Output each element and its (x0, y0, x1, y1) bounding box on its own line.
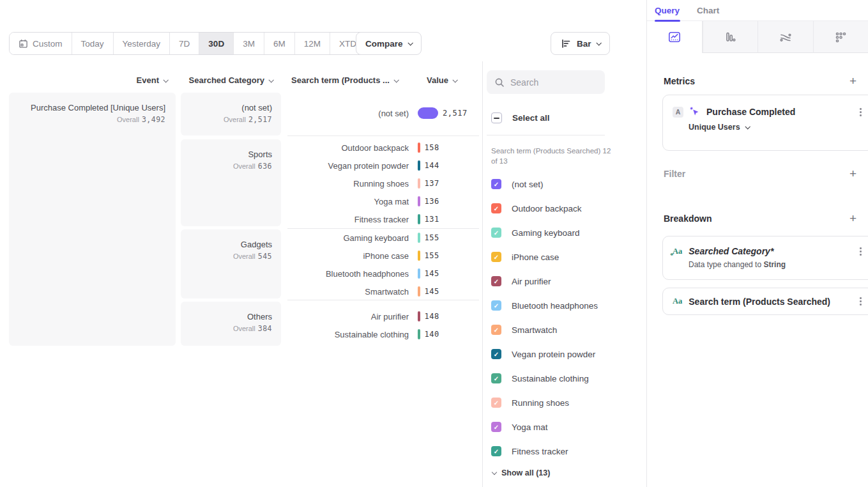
value-row[interactable]: Air purifier148 (287, 307, 479, 325)
tab-retention[interactable] (813, 21, 868, 53)
filter-item[interactable]: ✓Yoga mat (491, 422, 548, 432)
aggregation-select[interactable]: Unique Users (689, 123, 868, 132)
filter-item[interactable]: ✓(not set) (491, 179, 544, 189)
item-checkbox[interactable]: ✓ (491, 203, 501, 213)
value-bar (418, 143, 420, 153)
breakdown-card-search-term[interactable]: Aa Search term (Products Searched) (662, 288, 868, 315)
string-property-icon: Aa (673, 297, 682, 306)
term-label: Yoga mat (287, 197, 409, 206)
filter-item[interactable]: ✓Smartwatch (491, 325, 557, 335)
value-number: 131 (425, 215, 439, 224)
search-icon (494, 77, 505, 88)
tab-chart[interactable]: Chart (697, 6, 719, 15)
add-breakdown-button[interactable]: + (849, 214, 857, 223)
tab-flows[interactable] (758, 21, 813, 53)
filter-item[interactable]: ✓Running shoes (491, 398, 569, 408)
filter-item[interactable]: ✓Gaming keyboard (491, 228, 580, 238)
filter-item[interactable]: ✓Fitness tracker (491, 446, 568, 456)
breakdown-note: Data type changed to String (689, 260, 868, 269)
column-header-category[interactable]: Searched Category (181, 75, 273, 85)
filter-item[interactable]: ✓Bluetooth headphones (491, 300, 598, 311)
bar-chart-icon (560, 38, 572, 49)
query-chart-tabs: Query Chart (647, 0, 868, 21)
date-range-3m[interactable]: 3M (234, 33, 264, 54)
tab-insights[interactable] (647, 21, 703, 53)
date-range-7d[interactable]: 7D (170, 33, 199, 54)
date-range-today[interactable]: Today (72, 33, 114, 54)
breakdown-property-name: Search term (Products Searched) (689, 297, 851, 307)
funnels-icon (723, 30, 737, 44)
filter-item[interactable]: ✓Outdoor backpack (491, 203, 582, 213)
value-row[interactable]: (not set)2,517 (287, 104, 479, 122)
item-checkbox[interactable]: ✓ (491, 446, 501, 456)
date-range-30d[interactable]: 30D (199, 33, 234, 54)
filter-item[interactable]: ✓iPhone case (491, 252, 559, 262)
category-cell[interactable]: Gadgets Overall545 (181, 229, 281, 298)
flows-icon (779, 30, 793, 44)
item-checkbox[interactable]: ✓ (491, 179, 501, 189)
tab-query[interactable]: Query (655, 6, 680, 15)
item-checkbox[interactable]: ✓ (491, 398, 501, 408)
chevron-down-icon (163, 77, 168, 82)
date-range-6m[interactable]: 6M (264, 33, 295, 54)
value-number: 148 (425, 312, 439, 321)
value-bar (418, 178, 420, 189)
show-all-toggle[interactable]: Show all (13) (492, 468, 550, 477)
select-all-checkbox[interactable] (491, 112, 502, 123)
value-number: 158 (425, 143, 439, 152)
chart-type-select[interactable]: Bar (551, 32, 610, 55)
column-header-value[interactable]: Value (427, 75, 457, 85)
item-checkbox[interactable]: ✓ (491, 300, 501, 311)
value-row[interactable]: iPhone case155 (287, 247, 479, 265)
select-all[interactable]: Select all (491, 112, 550, 123)
value-bar (418, 107, 438, 119)
add-metric-button[interactable]: + (849, 77, 857, 86)
date-range-12m[interactable]: 12M (295, 33, 330, 54)
value-row[interactable]: Outdoor backpack158 (287, 139, 479, 157)
item-checkbox[interactable]: ✓ (491, 422, 501, 432)
compare-button[interactable]: Compare (356, 32, 422, 55)
item-checkbox[interactable]: ✓ (491, 252, 501, 262)
category-overall: Overall2,517 (224, 115, 272, 124)
category-cell[interactable]: Sports Overall636 (181, 139, 281, 226)
category-cell[interactable]: Others Overall384 (181, 302, 281, 346)
item-label: Smartwatch (512, 325, 557, 335)
value-row[interactable]: Yoga mat136 (287, 192, 479, 210)
value-row[interactable]: Fitness tracker131 (287, 210, 479, 228)
search-input[interactable] (510, 77, 593, 88)
event-spark-icon (690, 107, 700, 117)
item-checkbox[interactable]: ✓ (491, 325, 501, 335)
metric-card[interactable]: A Purchase Completed Unique Users (662, 95, 868, 151)
chevron-down-icon (492, 469, 497, 474)
breakdown-menu-button[interactable] (858, 295, 864, 307)
filter-item[interactable]: ✓Vegan protein powder (491, 349, 595, 359)
breakdown-menu-button[interactable] (858, 245, 864, 258)
category-name: Gadgets (233, 240, 272, 249)
column-header-event[interactable]: Event (9, 75, 167, 85)
date-range-yesterday[interactable]: Yesterday (114, 33, 171, 54)
add-filter-button[interactable]: + (849, 169, 857, 178)
retention-icon (834, 30, 848, 44)
date-range-custom[interactable]: Custom (10, 33, 72, 54)
item-checkbox[interactable]: ✓ (491, 276, 501, 286)
metric-menu-button[interactable] (858, 106, 864, 118)
item-checkbox[interactable]: ✓ (491, 228, 501, 238)
item-checkbox[interactable]: ✓ (491, 349, 501, 359)
item-checkbox[interactable]: ✓ (491, 373, 501, 383)
tab-funnels[interactable] (703, 21, 758, 53)
value-row[interactable]: Vegan protein powder144 (287, 157, 479, 174)
filter-search[interactable] (487, 70, 605, 94)
value-row[interactable]: Gaming keyboard155 (287, 229, 479, 247)
value-row[interactable]: Running shoes137 (287, 174, 479, 192)
date-range-selector: CustomTodayYesterday7D30D3M6M12MXTD (9, 32, 374, 55)
event-cell[interactable]: Purchase Completed [Unique Users] Overal… (9, 93, 176, 346)
column-header-term[interactable]: Search term (Products ... (291, 75, 398, 85)
category-cell[interactable]: (not set) Overall2,517 (181, 93, 281, 135)
value-row[interactable]: Sustainable clothing140 (287, 325, 479, 343)
value-row[interactable]: Bluetooth headphones145 (287, 265, 479, 282)
filter-heading: Filter (664, 169, 685, 179)
breakdown-card-searched-category[interactable]: Aa* Searched Category* Data type changed… (662, 236, 868, 280)
filter-item[interactable]: ✓Air purifier (491, 276, 551, 286)
filter-item[interactable]: ✓Sustainable clothing (491, 373, 589, 383)
value-row[interactable]: Smartwatch145 (287, 282, 479, 300)
